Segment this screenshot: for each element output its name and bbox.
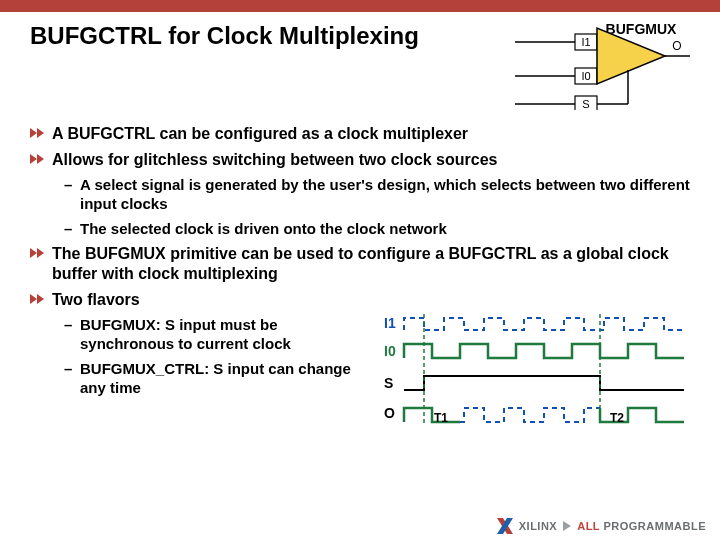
timing-t1-label: T1	[434, 411, 448, 425]
svg-marker-8	[30, 128, 37, 138]
timing-i0-label: I0	[384, 343, 396, 359]
chevron-icon	[30, 292, 46, 306]
bullet-2-1: A select signal is generated by the user…	[64, 176, 690, 214]
mux-label-text: BUFGMUX	[606, 21, 677, 37]
svg-marker-12	[30, 248, 37, 258]
bufgmux-diagram: BUFGMUX I1 I0 O S	[515, 20, 690, 110]
chevron-small-icon	[563, 521, 571, 531]
bullet-2-2: The selected clock is driven onto the cl…	[64, 220, 690, 239]
chevron-icon	[30, 246, 46, 260]
bullet-2-text: Allows for glitchless switching between …	[52, 151, 497, 168]
svg-marker-9	[37, 128, 44, 138]
svg-marker-10	[30, 154, 37, 164]
bullet-3: The BUFGMUX primitive can be used to con…	[30, 244, 690, 284]
svg-marker-15	[37, 294, 44, 304]
timing-o-wave-b	[460, 408, 600, 422]
timing-s-wave	[404, 376, 684, 390]
bullet-2: Allows for glitchless switching between …	[30, 150, 690, 238]
svg-marker-13	[37, 248, 44, 258]
xilinx-logo-icon	[497, 518, 513, 534]
mux-i0-label: I0	[581, 70, 590, 82]
timing-i1-wave	[404, 318, 684, 330]
footer: XILINX ALL PROGRAMMABLE	[497, 518, 706, 534]
bullet-1-text: A BUFGCTRL can be configured as a clock …	[52, 125, 468, 142]
mux-s-label: S	[582, 98, 589, 110]
slide-body: A BUFGCTRL can be configured as a clock …	[0, 110, 720, 430]
chevron-icon	[30, 152, 46, 166]
accent-bar	[0, 0, 720, 12]
footer-brand: XILINX	[519, 520, 557, 532]
timing-i1-label: I1	[384, 315, 396, 331]
svg-marker-20	[563, 521, 571, 531]
bullet-4-2: BUFGMUX_CTRL: S input can change any tim…	[64, 360, 360, 398]
mux-i1-label: I1	[581, 36, 590, 48]
timing-o-label: O	[384, 405, 395, 421]
page-title: BUFGCTRL for Clock Multiplexing	[30, 22, 419, 50]
timing-t2-label: T2	[610, 411, 624, 425]
timing-s-label: S	[384, 375, 393, 391]
svg-marker-14	[30, 294, 37, 304]
bullet-4: Two flavors BUFGMUX: S input must be syn…	[30, 290, 690, 430]
bullet-3-text: The BUFGMUX primitive can be used to con…	[52, 245, 669, 282]
timing-diagram: I1 I0 S O	[370, 310, 690, 430]
slide-header: BUFGCTRL for Clock Multiplexing BUFGMUX …	[0, 12, 720, 110]
chevron-icon	[30, 126, 46, 140]
timing-o-wave-a	[404, 408, 460, 422]
timing-i0-wave	[404, 344, 684, 358]
bullet-4-1: BUFGMUX: S input must be synchronous to …	[64, 316, 360, 354]
svg-marker-11	[37, 154, 44, 164]
bullet-1: A BUFGCTRL can be configured as a clock …	[30, 124, 690, 144]
bullet-4-text: Two flavors	[52, 291, 140, 308]
footer-tagline: ALL PROGRAMMABLE	[577, 520, 706, 532]
mux-o-label: O	[672, 39, 681, 53]
